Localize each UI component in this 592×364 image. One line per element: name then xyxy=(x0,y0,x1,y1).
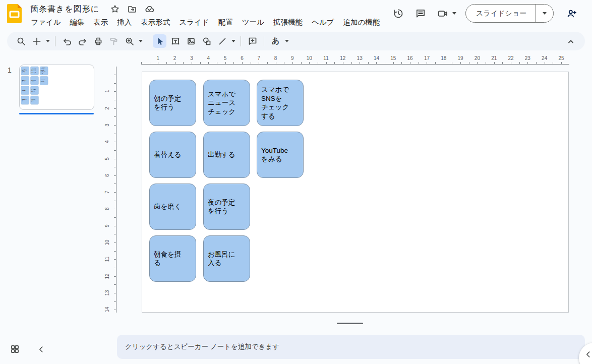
insert-shape-icon[interactable] xyxy=(200,34,213,48)
input-tools-caret-icon[interactable] xyxy=(283,34,290,48)
ruler-tick xyxy=(301,62,302,64)
ruler-tick xyxy=(114,150,116,151)
ruler-tick xyxy=(393,62,394,64)
ruler-tick xyxy=(502,62,503,64)
meet-group xyxy=(436,7,456,20)
ruler-tick xyxy=(114,226,116,226)
ruler-number: 11 xyxy=(321,55,331,61)
ruler-tick xyxy=(553,62,553,64)
ruler-tick xyxy=(427,62,427,64)
shape-box-5[interactable]: YouTube をみる xyxy=(257,132,304,178)
vertical-ruler: 1234567891011121314 xyxy=(107,67,116,313)
share-button[interactable] xyxy=(563,5,581,23)
new-slide-icon[interactable] xyxy=(30,34,43,48)
ruler-tick xyxy=(410,62,410,64)
app-logo[interactable] xyxy=(7,4,22,23)
menu-item-8[interactable]: 拡張機能 xyxy=(269,17,307,28)
shape-box-4[interactable]: 出勤する xyxy=(203,132,250,178)
insert-line-icon[interactable] xyxy=(215,34,229,48)
select-tool-icon[interactable] xyxy=(153,34,166,48)
slideshow-options-button[interactable] xyxy=(536,5,553,22)
shape-box-2: スマホで SNSを チェック する xyxy=(40,67,48,75)
slideshow-label[interactable]: スライドショー xyxy=(466,5,536,22)
new-slide-caret-icon[interactable] xyxy=(44,34,51,48)
slideshow-button[interactable]: スライドショー xyxy=(465,4,554,23)
video-call-caret-icon[interactable] xyxy=(452,12,456,15)
ruler-tick xyxy=(114,100,116,100)
shape-box-7[interactable]: 夜の予定 を行う xyxy=(203,184,250,230)
menu-item-10[interactable]: 追加の機能 xyxy=(338,17,384,28)
paint-format-icon[interactable] xyxy=(107,34,121,48)
shape-box-9[interactable]: お風呂に 入る xyxy=(203,235,250,282)
grid-view-icon[interactable] xyxy=(10,344,20,356)
selected-slide-indicator xyxy=(19,113,94,114)
zoom-icon[interactable] xyxy=(123,34,136,48)
undo-icon[interactable] xyxy=(60,34,74,48)
insert-image-icon[interactable] xyxy=(184,34,198,48)
ruler-number: 3 xyxy=(187,55,197,61)
insert-line-caret-icon[interactable] xyxy=(230,34,237,48)
shape-box-1[interactable]: スマホで ニュース チェック xyxy=(203,80,250,126)
shape-box-8[interactable]: 朝食を摂 る xyxy=(149,235,196,282)
ruler-tick xyxy=(334,62,335,64)
speaker-notes-bar[interactable]: クリックするとスピーカー ノートを追加できます xyxy=(117,335,585,359)
ruler-tick xyxy=(114,116,116,117)
comments-icon[interactable] xyxy=(414,7,427,20)
ruler-number: 2 xyxy=(104,103,110,113)
shape-box-3: 着替える xyxy=(21,76,29,85)
menu-item-5[interactable]: スライド xyxy=(174,17,213,28)
document-title[interactable]: 箇条書きを図形に xyxy=(30,4,99,15)
shape-box-9: お風呂に 入る xyxy=(30,96,38,104)
ruler-tick xyxy=(444,62,444,64)
move-folder-icon[interactable] xyxy=(127,4,138,15)
menu-item-1[interactable]: 編集 xyxy=(65,17,89,28)
shape-box-6[interactable]: 歯を磨く xyxy=(149,184,196,230)
ruler-tick xyxy=(318,62,318,64)
ruler-tick xyxy=(494,62,495,64)
title-row: 箇条書きを図形に xyxy=(30,4,155,15)
ruler-number: 6 xyxy=(237,55,247,61)
slides-logo-fold xyxy=(18,4,22,8)
shape-box-2[interactable]: スマホで SNSを チェック する xyxy=(257,80,304,126)
ruler-tick xyxy=(114,217,116,218)
shape-box-3[interactable]: 着替える xyxy=(149,132,196,178)
menu-item-2[interactable]: 表示 xyxy=(89,17,112,28)
menu-item-7[interactable]: ツール xyxy=(238,17,269,28)
text-box-icon[interactable] xyxy=(168,34,182,48)
ruler-tick xyxy=(114,134,116,134)
ruler-tick xyxy=(343,62,343,64)
ruler-tick xyxy=(251,62,251,64)
menu-item-6[interactable]: 配置 xyxy=(214,17,238,28)
slide-number: 1 xyxy=(8,66,12,74)
menu-item-0[interactable]: ファイル xyxy=(26,17,65,28)
video-call-icon[interactable] xyxy=(436,7,449,20)
notes-resize-handle[interactable] xyxy=(337,323,363,324)
hide-menus-button[interactable] xyxy=(566,32,576,50)
ruler-tick xyxy=(114,259,116,260)
shape-box-8: 朝食を摂 る xyxy=(21,96,29,104)
zoom-caret-icon[interactable] xyxy=(137,34,144,48)
ruler-number: 1 xyxy=(104,86,110,96)
version-history-icon[interactable] xyxy=(392,7,405,20)
collapse-filmstrip-icon[interactable] xyxy=(37,345,46,356)
menu-item-9[interactable]: ヘルプ xyxy=(307,17,339,28)
slide-canvas[interactable]: 朝の予定 を行うスマホで ニュース チェックスマホで SNSを チェック する着… xyxy=(142,72,569,313)
menu-item-4[interactable]: 表示形式 xyxy=(136,17,174,28)
ruler-number: 7 xyxy=(254,55,264,61)
cloud-saved-icon[interactable] xyxy=(144,4,155,15)
search-menus-icon[interactable] xyxy=(14,34,28,48)
add-comment-icon[interactable] xyxy=(246,34,259,48)
ruler-tick xyxy=(284,62,284,64)
redo-icon[interactable] xyxy=(76,34,89,48)
input-tools-icon[interactable]: あ xyxy=(269,34,282,48)
shape-box-0: 朝の予定 を行う xyxy=(21,67,29,75)
ruler-tick xyxy=(166,62,167,64)
menu-item-3[interactable]: 挿入 xyxy=(112,17,136,28)
slide-thumbnail[interactable]: 朝の予定 を行うスマホで ニュース チェックスマホで SNSを チェック する着… xyxy=(19,65,94,110)
shape-box-0[interactable]: 朝の予定 を行う xyxy=(149,80,196,126)
slide-thumbnail-canvas: 朝の予定 を行うスマホで ニュース チェックスマホで SNSを チェック する着… xyxy=(20,65,94,110)
title-icons xyxy=(109,4,155,15)
print-icon[interactable] xyxy=(91,34,105,48)
star-icon[interactable] xyxy=(109,4,121,15)
ruler-tick xyxy=(114,284,116,285)
